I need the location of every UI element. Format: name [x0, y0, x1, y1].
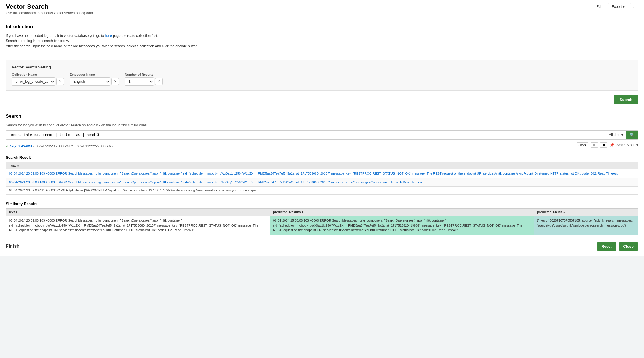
header-title-block: Vector Search Use this dashboard to cond…	[6, 3, 93, 15]
raw-column-header[interactable]: _raw ♦	[6, 162, 638, 169]
log-entry-link[interactable]: 06-04-2024 20:32:08.103 +0000 ERROR Sear…	[9, 171, 635, 176]
similarity-predicted-fields-cell: {'_key': 450267107376507185, 'source': '…	[534, 216, 638, 235]
search-input[interactable]	[6, 131, 606, 139]
table-row: 06-04-2024 20:32:00.431 +0000 WARN HttpL…	[6, 187, 638, 195]
search-button[interactable]: 🔍	[626, 131, 638, 139]
search-result-section: Search Result _raw ♦ 06-04-2024 20:32:08…	[6, 155, 638, 195]
intro-line1-pre: If you have not encoded log data into ve…	[6, 34, 105, 38]
similarity-results-table: text ♦predicted_Results ♦predicted_Field…	[6, 208, 638, 235]
collection-name-clear-button[interactable]: ✕	[56, 78, 64, 85]
submit-button[interactable]: Submit	[614, 95, 638, 104]
number-of-results-select[interactable]: 1	[125, 77, 154, 86]
intro-line1-post: page to create collection first.	[112, 34, 158, 38]
main-content: Introduction If you have not encoded log…	[0, 18, 644, 256]
similarity-predicted-results-cell: 06-04-2024 15:08:08.103 +0000 ERROR Sear…	[270, 216, 534, 235]
more-button[interactable]: ...	[630, 3, 638, 10]
page-subtitle: Use this dashboard to conduct vector sea…	[6, 11, 93, 15]
pin-icon: 📌	[610, 143, 614, 147]
similarity-column-header[interactable]: predicted_Results ♦	[270, 209, 534, 216]
log-entry-text: 06-04-2024 20:32:00.431 +0000 WARN HttpL…	[9, 189, 256, 192]
submit-row: Submit	[6, 95, 638, 104]
introduction-section: Introduction If you have not encoded log…	[6, 24, 638, 48]
similarity-text-cell: 06-04-2024 20:32:08.103 +0000 ERROR Sear…	[6, 216, 270, 235]
job-button[interactable]: Job ▾	[577, 142, 589, 148]
reset-button[interactable]: Reset	[597, 242, 616, 251]
embedder-name-clear-button[interactable]: ✕	[111, 78, 119, 85]
introduction-title: Introduction	[6, 24, 638, 31]
events-timerange: (5/6/24 5:05:05.000 PM to 6/7/24 11:22:5…	[33, 144, 113, 148]
log-entry-link[interactable]: 06-04-2024 20:32:08.103 +0000 ERROR Sear…	[9, 180, 635, 185]
finish-title: Finish	[6, 244, 19, 249]
results-summary: ✓ 49,202 events (5/6/24 5:05:05.000 PM t…	[6, 144, 113, 148]
pause-button[interactable]: ⏸	[591, 142, 598, 148]
similarity-column-header[interactable]: text ♦	[6, 209, 270, 216]
page-container: Vector Search Use this dashboard to cond…	[0, 0, 644, 358]
collection-name-group: Collection Name error_log_encode_... ✕	[12, 73, 64, 86]
vector-search-settings: Vector Search Setting Collection Name er…	[6, 60, 638, 91]
page-title: Vector Search	[6, 3, 93, 10]
smart-mode-button[interactable]: Smart Mode ▾	[616, 143, 638, 147]
embedder-name-select[interactable]: English	[70, 77, 110, 86]
number-of-results-label: Number of Results	[125, 73, 163, 76]
intro-line2: Search some log in the search bar below	[6, 39, 638, 43]
search-result-table: _raw ♦ 06-04-2024 20:32:08.103 +0000 ERR…	[6, 162, 638, 195]
search-section: Search Search for log you wish to conduc…	[6, 114, 638, 148]
collection-name-label: Collection Name	[12, 73, 64, 76]
search-title: Search	[6, 114, 638, 121]
collection-name-select[interactable]: error_log_encode_...	[12, 77, 55, 86]
finish-actions: Reset Close	[597, 242, 638, 251]
header-bar: Vector Search Use this dashboard to cond…	[0, 0, 644, 18]
events-count: 49,202 events	[10, 144, 32, 148]
finish-row: Finish Reset Close	[6, 242, 638, 251]
close-button[interactable]: Close	[619, 242, 638, 251]
intro-line3: After the search, input the field name o…	[6, 44, 638, 48]
similarity-results-section: Similarity Results text ♦predicted_Resul…	[6, 202, 638, 235]
collection-name-field: error_log_encode_... ✕	[12, 77, 64, 86]
here-link[interactable]: here	[105, 34, 112, 38]
number-of-results-field: 1 ✕	[125, 77, 163, 86]
embedder-name-group: Embedder Name English ✕	[70, 73, 119, 86]
search-description: Search for log you wish to conduct vecto…	[6, 123, 638, 127]
search-bar-container: All time ▾ 🔍	[6, 130, 638, 140]
embedder-name-label: Embedder Name	[70, 73, 119, 76]
number-of-results-group: Number of Results 1 ✕	[125, 73, 163, 86]
settings-fields: Collection Name error_log_encode_... ✕ E…	[12, 73, 632, 86]
number-of-results-clear-button[interactable]: ✕	[155, 78, 163, 85]
table-row[interactable]: 06-04-2024 20:32:08.103 +0000 ERROR Sear…	[6, 169, 638, 178]
job-controls: Job ▾ ⏸ ⏹ 📌 Smart Mode ▾	[577, 142, 638, 148]
edit-button[interactable]: Edit	[593, 3, 606, 10]
stop-button[interactable]: ⏹	[600, 142, 607, 148]
export-button[interactable]: Export ▾	[608, 3, 628, 10]
settings-title: Vector Search Setting	[12, 65, 632, 69]
header-actions: Edit Export ▾ ...	[593, 3, 638, 10]
table-row[interactable]: 06-04-2024 20:32:08.103 +0000 ERROR Sear…	[6, 178, 638, 187]
similarity-results-title: Similarity Results	[6, 202, 638, 206]
similarity-column-header[interactable]: predicted_Fields ♦	[534, 209, 638, 216]
similarity-table-row: 06-04-2024 20:32:08.103 +0000 ERROR Sear…	[6, 216, 638, 235]
time-range-button[interactable]: All time ▾	[606, 131, 626, 139]
embedder-name-field: English ✕	[70, 77, 119, 86]
search-icon: 🔍	[629, 133, 634, 137]
search-result-title: Search Result	[6, 155, 638, 160]
intro-line1: If you have not encoded log data into ve…	[6, 34, 638, 38]
